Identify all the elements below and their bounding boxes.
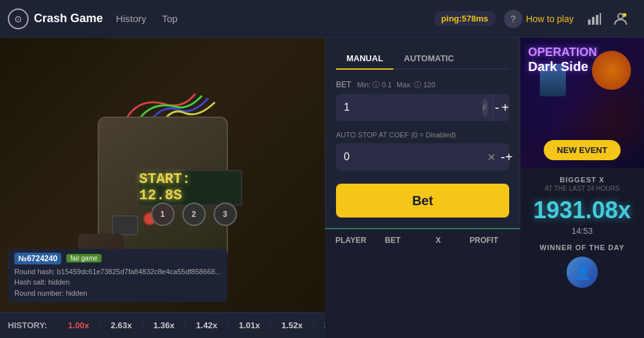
bet-plus-btn[interactable]: + bbox=[501, 94, 509, 121]
svg-rect-1 bbox=[592, 17, 595, 25]
nav-link-history[interactable]: History bbox=[116, 13, 147, 24]
ping-badge: ping:578ms bbox=[434, 11, 496, 26]
biggest-x-title: BIGGEST X bbox=[528, 176, 636, 184]
center-panel: MANUAL AUTOMATIC BET Min: ⓘ 0.1 Max: ⓘ 1… bbox=[325, 38, 520, 338]
game-display-text: START: 12.8S bbox=[139, 171, 241, 204]
coef-input[interactable] bbox=[336, 151, 482, 163]
table-header: PLAYER BET X PROFIT bbox=[325, 228, 520, 251]
ad-title: OPERATION Dark Side bbox=[528, 46, 597, 74]
round-hash: Round hash: b15459dc61e73825d7fa84832c8e… bbox=[14, 266, 221, 277]
svg-rect-0 bbox=[588, 20, 591, 25]
user-icon[interactable] bbox=[610, 8, 631, 29]
bet-tabs: MANUAL AUTOMATIC bbox=[336, 48, 509, 70]
help-button[interactable]: ? bbox=[504, 10, 522, 28]
new-event-button[interactable]: NEW EVENT bbox=[544, 140, 620, 160]
history-bar: HISTORY: 1.00x 2.63x 1.36x 1.42x 1.01x 1… bbox=[0, 312, 325, 338]
hash-salt: Hash salt: hidden bbox=[14, 277, 221, 288]
col-x: X bbox=[419, 236, 458, 245]
col-player: PLAYER bbox=[335, 236, 367, 245]
bet-panel: MANUAL AUTOMATIC BET Min: ⓘ 0.1 Max: ⓘ 1… bbox=[325, 38, 520, 228]
history-item-6[interactable]: 3.28x bbox=[314, 320, 325, 330]
chart-icon[interactable] bbox=[584, 8, 605, 29]
tab-automatic[interactable]: AUTOMATIC bbox=[393, 48, 464, 70]
bet-input[interactable] bbox=[336, 102, 482, 113]
round-number: Round number: hidden bbox=[14, 288, 221, 299]
bet-max: Max: ⓘ 120 bbox=[397, 81, 435, 89]
col-bet: BET bbox=[367, 236, 419, 245]
bet-button[interactable]: Bet bbox=[336, 184, 509, 218]
app-title: Crash Game bbox=[34, 12, 103, 25]
svg-rect-2 bbox=[596, 15, 598, 25]
right-panel: OPERATION Dark Side NEW EVENT BIGGEST X … bbox=[520, 38, 644, 338]
bet-currency-icon[interactable]: F bbox=[482, 98, 488, 117]
main-content: START: 12.8S 1 2 3 bbox=[0, 38, 644, 338]
history-label: HISTORY: bbox=[8, 320, 47, 330]
bet-min: Min: ⓘ 0.1 bbox=[357, 81, 391, 89]
bomb-screen: START: 12.8S bbox=[138, 170, 242, 206]
bomb-btn-3: 3 bbox=[214, 203, 237, 226]
fair-game-id-row: №6724240 fair game bbox=[14, 253, 221, 264]
bomb-btn-2: 2 bbox=[182, 203, 206, 226]
ad-title-line1: OPERATION bbox=[528, 46, 597, 59]
bomb-buttons: 1 2 3 bbox=[151, 203, 237, 226]
col-profit: PROFIT bbox=[458, 236, 510, 245]
tab-manual[interactable]: MANUAL bbox=[336, 48, 393, 70]
logo-icon: ⊙ bbox=[8, 8, 29, 29]
history-item-2[interactable]: 1.36x bbox=[143, 320, 186, 330]
fair-game-info: Round hash: b15459dc61e73825d7fa84832c8e… bbox=[14, 266, 221, 299]
right-stats: BIGGEST X AT THE LAST 24 HOURS 1931.08x … bbox=[520, 168, 644, 296]
top-nav: ⊙ Crash Game History Top ping:578ms ? Ho… bbox=[0, 0, 644, 38]
fair-game-id-number: №6724240 bbox=[14, 253, 61, 264]
game-area: START: 12.8S 1 2 3 bbox=[0, 38, 325, 338]
ad-title-line2: Dark Side bbox=[528, 59, 597, 74]
biggest-x-value: 1931.08x bbox=[528, 197, 636, 223]
history-item-4[interactable]: 1.01x bbox=[229, 320, 272, 330]
coef-plus-btn[interactable]: + bbox=[505, 143, 513, 171]
winner-avatar: 👤 bbox=[567, 257, 598, 288]
coef-input-row: ✕ - + bbox=[336, 143, 509, 171]
biggest-x-time: 14:53 bbox=[528, 226, 636, 236]
coef-clear-btn[interactable]: ✕ bbox=[482, 151, 501, 163]
winner-title: WINNER OF THE DAY bbox=[528, 244, 636, 251]
bet-label: BET Min: ⓘ 0.1 Max: ⓘ 120 bbox=[336, 80, 509, 90]
ping-label: ping: bbox=[441, 14, 462, 23]
fair-game-tag: fair game bbox=[66, 254, 102, 262]
nav-logo: ⊙ Crash Game bbox=[8, 8, 103, 29]
history-item-5[interactable]: 1.52x bbox=[271, 320, 314, 330]
svg-point-4 bbox=[618, 14, 623, 19]
bet-input-row: F - + bbox=[336, 94, 509, 121]
how-to-play-button[interactable]: How to play bbox=[526, 14, 574, 24]
ping-value: 578ms bbox=[462, 14, 488, 23]
nav-link-top[interactable]: Top bbox=[162, 13, 178, 24]
coef-minus-btn[interactable]: - bbox=[501, 143, 505, 171]
history-item-1[interactable]: 2.63x bbox=[100, 320, 143, 330]
history-item-0[interactable]: 1.00x bbox=[57, 320, 100, 330]
biggest-x-subtitle: AT THE LAST 24 HOURS bbox=[528, 185, 636, 192]
history-item-3[interactable]: 1.42x bbox=[186, 320, 229, 330]
bet-minus-btn[interactable]: - bbox=[492, 94, 501, 121]
ad-banner: OPERATION Dark Side NEW EVENT bbox=[520, 38, 644, 168]
fair-game-badge: №6724240 fair game Round hash: b15459dc6… bbox=[8, 249, 227, 303]
svg-point-5 bbox=[623, 13, 626, 17]
winner-avatar-icon: 👤 bbox=[574, 264, 591, 281]
bomb-btn-1: 1 bbox=[151, 203, 175, 226]
svg-rect-3 bbox=[600, 13, 601, 25]
auto-stop-label: AUTO STOP AT COEF (0 = Disabled) bbox=[336, 130, 509, 139]
